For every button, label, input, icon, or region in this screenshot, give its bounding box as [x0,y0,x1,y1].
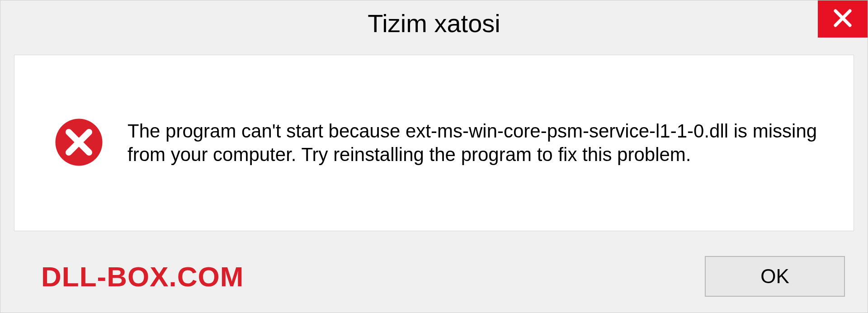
dialog-title: Tizim xatosi [368,9,500,38]
content-area: The program can't start because ext-ms-w… [14,55,854,231]
close-button[interactable] [818,0,868,38]
footer: DLL-BOX.COM OK [0,240,868,313]
ok-button[interactable]: OK [705,256,845,297]
error-message: The program can't start because ext-ms-w… [127,119,831,167]
close-icon [833,8,853,30]
titlebar: Tizim xatosi [0,0,868,46]
error-icon [55,119,103,168]
watermark-text: DLL-BOX.COM [41,261,244,293]
